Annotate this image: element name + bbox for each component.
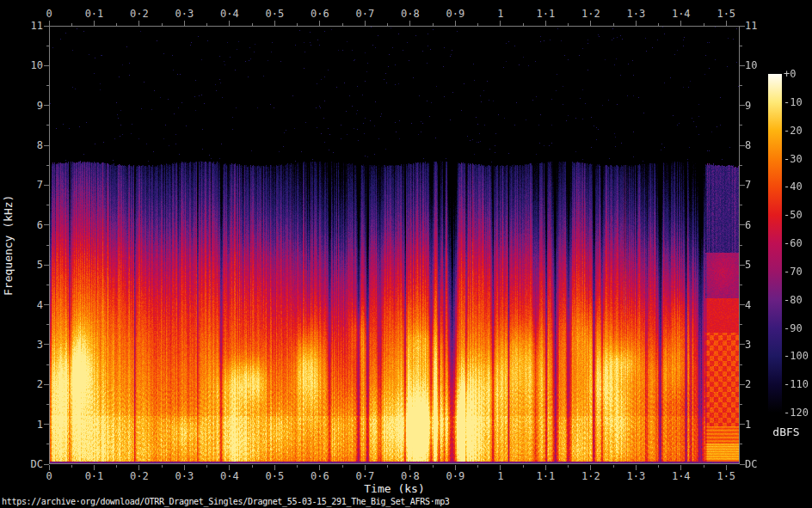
- x-tick-mark: [94, 465, 95, 470]
- x-tick-label-top: 0·3: [175, 8, 194, 20]
- colorbar-tick-label: -70: [784, 266, 803, 278]
- x-tick-mark: [726, 465, 727, 470]
- x-tick-label-top: 0·5: [266, 8, 285, 20]
- colorbar-tick-label: +0: [784, 68, 796, 80]
- y-minor-tick-mark: [740, 444, 742, 444]
- y-tick-label-right: 6: [745, 219, 751, 231]
- y-tick-mark: [44, 224, 49, 225]
- x-minor-tick-mark: [523, 23, 524, 26]
- x-minor-tick-mark: [658, 23, 659, 26]
- x-minor-tick-mark: [71, 23, 72, 26]
- x-tick-label-top: 0·1: [85, 8, 104, 20]
- y-minor-tick-mark: [46, 324, 49, 325]
- x-tick-mark: [229, 21, 230, 26]
- x-tick-mark: [184, 21, 185, 26]
- x-tick-label-bottom: 0·7: [356, 470, 375, 482]
- y-tick-mark: [44, 464, 49, 465]
- x-tick-label-top: 0·9: [446, 8, 465, 20]
- x-tick-label-bottom: 0·4: [220, 470, 239, 482]
- y-tick-mark: [44, 185, 49, 186]
- colorbar-tick-label: -10: [784, 96, 803, 108]
- x-minor-tick-mark: [206, 465, 207, 468]
- y-tick-mark: [44, 344, 49, 345]
- x-minor-tick-mark: [613, 465, 614, 468]
- colorbar-tick-label: -30: [784, 153, 803, 165]
- x-tick-label-bottom: 0·6: [311, 470, 329, 482]
- y-tick-mark: [740, 265, 745, 266]
- y-tick-mark: [740, 224, 745, 225]
- x-minor-tick-mark: [704, 465, 704, 468]
- y-tick-mark: [740, 145, 745, 146]
- y-tick-mark: [740, 65, 745, 66]
- y-tick-mark: [740, 26, 745, 27]
- x-tick-label-top: 0·4: [220, 8, 239, 20]
- x-tick-label-top: 1·5: [717, 8, 735, 20]
- x-minor-tick-mark: [252, 23, 253, 26]
- x-tick-label-bottom: 0·5: [266, 470, 285, 482]
- y-tick-mark: [44, 145, 49, 146]
- y-minor-tick-mark: [740, 364, 742, 365]
- y-minor-tick-mark: [740, 125, 742, 125]
- x-tick-label-bottom: 0·8: [401, 470, 420, 482]
- y-tick-label-left: 1: [14, 419, 43, 431]
- y-tick-mark: [44, 65, 49, 66]
- y-minor-tick-mark: [46, 404, 49, 405]
- x-minor-tick-mark: [568, 23, 569, 26]
- y-tick-mark: [740, 185, 745, 186]
- x-tick-mark: [94, 21, 95, 26]
- spectrogram-canvas: [49, 26, 740, 464]
- source-url: https://archive·org/download/OTRR_Dragne…: [2, 496, 450, 508]
- y-minor-tick-mark: [46, 205, 49, 205]
- x-tick-mark: [590, 465, 591, 470]
- y-tick-label-right: 4: [745, 299, 751, 311]
- y-tick-mark: [740, 344, 745, 345]
- colorbar-tick-label: -60: [784, 237, 803, 249]
- colorbar-tick-label: -80: [784, 294, 803, 306]
- x-tick-mark: [365, 465, 366, 470]
- y-tick-label-right: 5: [745, 259, 751, 271]
- x-minor-tick-mark: [342, 465, 343, 468]
- x-tick-mark: [500, 465, 501, 470]
- x-tick-mark: [636, 21, 637, 26]
- y-tick-label-left: 8: [14, 139, 43, 151]
- x-tick-label-top: 1·1: [536, 8, 555, 20]
- colorbar-title: dBFS: [766, 426, 806, 438]
- x-tick-label-top: 0·8: [401, 8, 420, 20]
- x-minor-tick-mark: [477, 23, 478, 26]
- x-tick-mark: [409, 465, 410, 470]
- x-tick-mark: [138, 465, 139, 470]
- x-tick-label-bottom: 0·2: [130, 470, 149, 482]
- y-tick-label-right: 7: [745, 179, 751, 191]
- x-minor-tick-mark: [613, 23, 614, 26]
- y-tick-label-right: 9: [745, 100, 751, 112]
- x-tick-mark: [138, 21, 139, 26]
- colorbar-tick-label: -120: [784, 407, 809, 419]
- y-tick-label-left: DC: [14, 458, 43, 470]
- y-minor-tick-mark: [740, 85, 742, 86]
- x-tick-mark: [545, 21, 546, 26]
- x-minor-tick-mark: [297, 23, 298, 26]
- x-tick-label-bottom: 0·9: [446, 470, 465, 482]
- x-minor-tick-mark: [162, 465, 163, 468]
- x-tick-label-bottom: 1·3: [626, 470, 645, 482]
- y-tick-label-left: 6: [14, 219, 43, 231]
- x-tick-label-bottom: 0·1: [85, 470, 104, 482]
- x-minor-tick-mark: [433, 465, 434, 468]
- x-tick-mark: [636, 465, 637, 470]
- x-tick-label-top: 0: [46, 8, 52, 20]
- y-minor-tick-mark: [46, 364, 49, 365]
- y-minor-tick-mark: [46, 125, 49, 125]
- y-minor-tick-mark: [46, 165, 49, 166]
- x-axis-title: Time (ks): [49, 483, 740, 495]
- y-tick-label-right: 1: [745, 419, 751, 431]
- y-tick-mark: [740, 464, 745, 465]
- y-tick-label-right: 2: [745, 378, 751, 390]
- x-minor-tick-mark: [387, 23, 388, 26]
- x-tick-mark: [680, 21, 681, 26]
- x-minor-tick-mark: [162, 23, 163, 26]
- y-axis-title: Frequency (kHz): [3, 26, 15, 464]
- y-minor-tick-mark: [740, 165, 742, 166]
- x-minor-tick-mark: [477, 465, 478, 468]
- y-tick-label-left: 7: [14, 179, 43, 191]
- y-tick-label-right: DC: [745, 458, 757, 470]
